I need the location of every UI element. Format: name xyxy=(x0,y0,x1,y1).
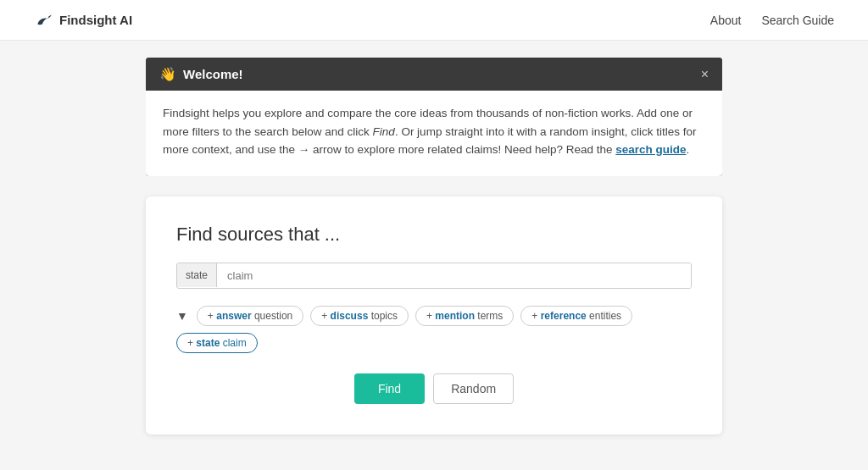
chip-reference[interactable]: + reference entities xyxy=(520,306,632,326)
filter-icon: ▼ xyxy=(176,309,188,323)
chip-mention[interactable]: + mention terms xyxy=(415,306,514,326)
navbar: Findsight AI About Search Guide xyxy=(0,0,868,41)
search-guide-inline-link[interactable]: search guide xyxy=(615,143,686,156)
about-link[interactable]: About xyxy=(710,14,742,27)
main-content: 👋 Welcome! × Findsight helps you explore… xyxy=(129,41,739,470)
action-row: Find Random xyxy=(176,373,692,404)
logo-text: Findsight AI xyxy=(59,13,132,27)
welcome-italic: Find xyxy=(373,125,395,138)
filter-row: ▼ + answer question + discuss topics + m… xyxy=(176,306,692,353)
welcome-heading: Welcome! xyxy=(183,67,243,81)
wave-emoji: 👋 xyxy=(159,66,176,82)
chip-answer[interactable]: + answer question xyxy=(197,306,303,326)
search-input[interactable] xyxy=(217,263,691,288)
logo: Findsight AI xyxy=(34,11,132,30)
chip-discuss[interactable]: + discuss topics xyxy=(310,306,409,326)
search-input-row: state xyxy=(176,263,692,289)
search-guide-link[interactable]: Search Guide xyxy=(761,14,834,27)
logo-bird-icon xyxy=(34,11,53,30)
search-heading: Find sources that ... xyxy=(176,224,692,246)
welcome-body: Findsight helps you explore and compare … xyxy=(146,91,722,176)
welcome-text-3: . xyxy=(687,143,690,156)
footer: ... Findsight AI is provided by SUMMARIT… xyxy=(146,462,722,470)
welcome-header: 👋 Welcome! × xyxy=(146,58,722,91)
close-button[interactable]: × xyxy=(701,68,709,81)
search-tag: state xyxy=(177,263,217,287)
welcome-title: 👋 Welcome! xyxy=(159,66,243,82)
find-button[interactable]: Find xyxy=(354,373,425,404)
nav-links: About Search Guide xyxy=(710,14,834,27)
search-card: Find sources that ... state ▼ + answer q… xyxy=(146,196,722,434)
svg-point-0 xyxy=(47,16,49,18)
footer-ellipsis: ... xyxy=(146,462,722,470)
chip-state[interactable]: + state claim xyxy=(176,333,258,353)
welcome-banner: 👋 Welcome! × Findsight helps you explore… xyxy=(146,58,722,176)
random-button[interactable]: Random xyxy=(433,373,514,404)
